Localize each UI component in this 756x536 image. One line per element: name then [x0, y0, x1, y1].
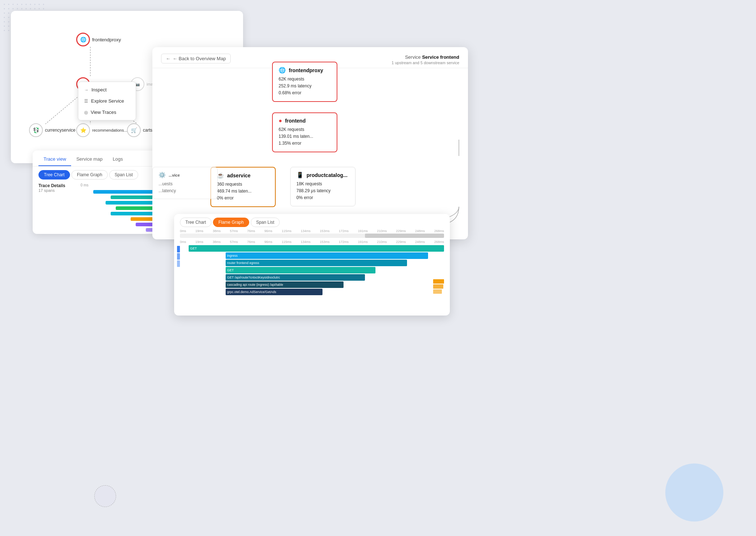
- flame-tab-tree[interactable]: Tree Chart: [180, 218, 211, 227]
- card-name-frontend: frontend: [285, 118, 306, 124]
- node-currencyservice[interactable]: 💱 currencyservice: [29, 123, 75, 137]
- tab-logs[interactable]: Logs: [108, 154, 128, 166]
- flame-row-get2-label: GET: [227, 268, 234, 272]
- flame-row-cascading[interactable]: cascading api route (ingress) /api/table: [226, 281, 344, 288]
- flame-t11: 210ms: [377, 229, 387, 233]
- traces-icon: ◎: [84, 110, 88, 115]
- card-header-productcatalog: 📱 productcatalog...: [296, 172, 349, 178]
- card-stats-productcatalog: 18K requests 788.29 μs latency 0% error: [296, 181, 349, 202]
- flame-b4: 76ms: [247, 240, 255, 244]
- service-title-block: Service Service frontend 1 upstream and …: [392, 54, 459, 65]
- flame-b6: 115ms: [282, 240, 291, 244]
- service-name: Service frontend: [422, 54, 459, 60]
- flame-b3: 57ms: [230, 240, 238, 244]
- stat-latency-3: 788.29 μs latency: [296, 187, 349, 194]
- card-productcatalog[interactable]: 📱 productcatalog... 18K requests 788.29 …: [290, 167, 356, 206]
- subtab-span-label: Span List: [115, 172, 133, 177]
- flame-t10: 191ms: [358, 229, 368, 233]
- flame-t0: 0ms: [180, 229, 186, 233]
- partial-icon: ⚙️: [159, 172, 166, 178]
- flame-t7: 134ms: [301, 229, 311, 233]
- stat-requests-0: 62K requests: [279, 76, 331, 83]
- node-frontendproxy[interactable]: 🌐 frontendproxy: [76, 33, 121, 46]
- flame-b10: 191ms: [358, 240, 368, 244]
- flame-row-get[interactable]: GET: [189, 245, 444, 252]
- stat-requests-2: 360 requests: [217, 181, 269, 188]
- subtab-tree-chart[interactable]: Tree Chart: [38, 170, 70, 180]
- card-adservice[interactable]: ☕ adservice 360 requests 469.74 ms laten…: [210, 167, 276, 207]
- flame-b8: 153ms: [320, 240, 330, 244]
- node-label-recommendations: recommendations...: [92, 128, 127, 132]
- subtab-flame-label: Flame Graph: [77, 172, 102, 177]
- flame-row-api-label: GET /api/route?cntxctKeysIdnoclutrc: [227, 276, 280, 279]
- node-label-frontendproxy: frontendproxy: [92, 37, 121, 42]
- stat-error-1: 1.35% error: [279, 140, 331, 147]
- back-to-overview-btn[interactable]: ← ← Back to Overview Map: [161, 54, 231, 63]
- flame-t9: 172ms: [339, 229, 349, 233]
- card-name-productcatalog: productcatalog...: [307, 172, 348, 178]
- stat-latency-2: 469.74 ms laten...: [217, 188, 269, 195]
- timeline-label-0: 0 ms: [81, 183, 89, 187]
- node-circle-cartservice: 🛒: [127, 123, 141, 137]
- flame-b5: 96ms: [264, 240, 272, 244]
- stat-partial-latency: ...latency: [159, 187, 211, 194]
- card-partial-header: ⚙️ ...vice: [159, 172, 211, 178]
- flame-small-blocks: [433, 279, 444, 294]
- trace-details-title: Trace Details: [38, 183, 75, 188]
- service-subtitle: 1 upstream and 5 downstream service: [392, 61, 459, 65]
- flame-t6: 115ms: [282, 229, 291, 233]
- explore-label: Explore Service: [91, 98, 124, 104]
- flame-row-get2[interactable]: GET: [226, 267, 375, 273]
- tab-trace-view[interactable]: Trace view: [38, 154, 71, 166]
- stat-partial-requests: ...uests: [159, 181, 211, 187]
- card-name-frontendproxy: frontendproxy: [289, 67, 323, 73]
- flame-tab-flame-label: Flame Graph: [218, 220, 244, 225]
- stat-requests-3: 18K requests: [296, 181, 349, 187]
- arrow-right-icon: →: [84, 87, 89, 92]
- flame-row-grpc[interactable]: grpc.otel.demo.AdService/GetAds: [226, 289, 322, 295]
- flame-row-ingress[interactable]: ingress: [226, 252, 428, 259]
- flame-row-ingress-label: ingress: [227, 254, 238, 257]
- subtab-span-list[interactable]: Span List: [109, 170, 138, 180]
- flame-b0: 0ms: [180, 240, 186, 244]
- context-menu-traces[interactable]: ◎ View Traces: [78, 107, 136, 118]
- node-circle-recommendations: ⭐: [76, 123, 90, 137]
- context-menu: → Inspect ☰ Explore Service ◎ View Trace…: [78, 82, 136, 120]
- flame-t3: 57ms: [230, 229, 238, 233]
- panel-service-detail: ← ← Back to Overview Map Service Service…: [152, 47, 468, 239]
- card-frontendproxy[interactable]: 🌐 frontendproxy 62K requests 252.9 ms la…: [272, 62, 337, 102]
- card-stats-frontendproxy: 62K requests 252.9 ms latency 0.68% erro…: [279, 76, 331, 97]
- tab-service-map-label: Service map: [76, 156, 102, 162]
- flame-row-router-label: router frontend egress: [227, 261, 259, 265]
- card-header-adservice: ☕ adservice: [217, 172, 269, 179]
- card-stats-frontend: 62K requests 139.01 ms laten... 1.35% er…: [279, 126, 331, 147]
- card-stats-adservice: 360 requests 469.74 ms laten... 0% error: [217, 181, 269, 202]
- context-menu-inspect[interactable]: → Inspect: [78, 84, 136, 95]
- card-frontend[interactable]: ● frontend 62K requests 139.01 ms laten.…: [272, 112, 337, 152]
- flame-tab-span[interactable]: Span List: [251, 218, 280, 227]
- stat-requests-1: 62K requests: [279, 126, 331, 133]
- context-menu-explore[interactable]: ☰ Explore Service: [78, 95, 136, 107]
- tab-service-map[interactable]: Service map: [71, 154, 107, 166]
- node-label-currencyservice: currencyservice: [45, 128, 75, 133]
- flame-tab-flame[interactable]: Flame Graph: [213, 218, 249, 227]
- flame-b12: 229ms: [396, 240, 406, 244]
- trace-spans-count: 17 spans: [38, 188, 75, 193]
- trace-info-panel: Trace Details 17 spans: [38, 183, 75, 234]
- panel-flamegraph: Tree Chart Flame Graph Span List 0ms 19m…: [174, 214, 450, 316]
- frontendproxy-icon: 🌐: [279, 67, 286, 74]
- flame-scroll-thumb[interactable]: [365, 234, 444, 238]
- flame-b13: 248ms: [415, 240, 425, 244]
- flame-b1: 19ms: [196, 240, 204, 244]
- card-partial-service: ⚙️ ...vice ...uests ...latency: [152, 167, 218, 199]
- flame-row-router[interactable]: router frontend egress: [226, 260, 407, 266]
- flame-scroll-track[interactable]: [180, 234, 444, 238]
- card-header-frontendproxy: 🌐 frontendproxy: [279, 67, 331, 74]
- tab-logs-label: Logs: [113, 156, 123, 162]
- stat-latency-0: 252.9 ms latency: [279, 83, 331, 90]
- subtab-flame-graph[interactable]: Flame Graph: [71, 170, 108, 180]
- node-recommendations[interactable]: ⭐ recommendations...: [76, 123, 127, 137]
- productcatalog-icon: 📱: [296, 172, 304, 178]
- flame-row-api-route[interactable]: GET /api/route?cntxctKeysIdnoclutrc: [226, 274, 365, 281]
- flame-b11: 210ms: [377, 240, 387, 244]
